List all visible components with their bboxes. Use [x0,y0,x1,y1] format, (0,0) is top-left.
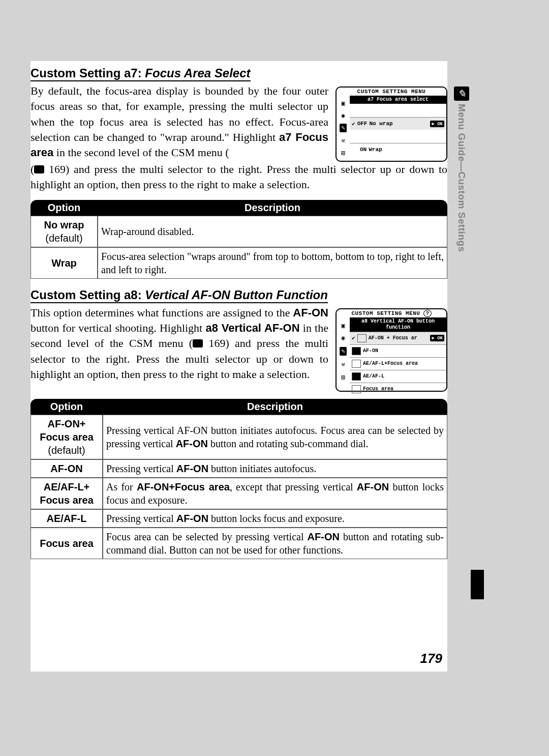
a8-lcd-opt4: AE/AF-L [350,370,446,383]
card-icon: ▤ [341,149,345,157]
section-a7: Custom Setting a7: Focus Area Select By … [30,66,447,279]
a7-lcd-opt1b: No wrap [369,121,392,127]
a8-r2-d1: Pressing vertical [106,463,176,474]
a7-options-table: Option Description No wrap(default) Wrap… [30,200,447,279]
a7-para2: in the second level of the CSM menu ( [53,146,229,159]
a7-body-rest: ( 169) and press the multi selector to t… [30,162,447,193]
a8-r3-d1: As for [106,481,137,492]
card-icon: ▤ [341,373,345,381]
table-row: AF-ON+ Focus area (default) Pressing ver… [30,415,447,459]
pencil-icon: ✎ [340,347,346,356]
a7-lcd-sub: a7 Focus area select [350,96,446,104]
a7-lcd-opt2: ON Wrap [350,143,446,156]
aeafl-icon [352,372,361,381]
a8-r2-d2: button initiates autofocus. [208,463,316,474]
a8-r3-opt2: Focus area [40,495,94,506]
a8-lcd-screenshot: CUSTOM SETTING MENU ? ▣ ◉ ✎ ⚒ ▤ a8 Verti… [336,308,447,392]
a7-heading: Custom Setting a7: Focus Area Select [30,66,251,81]
afon-focus-icon [357,334,367,342]
a7-lcd-screenshot: CUSTOM SETTING MENU ▣ ◉ ✎ ⚒ ▤ a7 Focus a… [336,86,447,162]
a8-para1: This option determines what functions ar… [30,306,293,319]
a8-options-table: Option Description AF-ON+ Focus area (de… [30,399,447,559]
a7-lcd-ok: ▶ OK [430,121,444,127]
focusarea-icon [352,385,361,393]
a8-r3-opt1: AE/AF-L+ [44,481,90,492]
a7-lcd-opt1: ✔ OFF No wrap ▶ OK [350,117,446,130]
aeafl-focus-icon [352,360,361,368]
page-number: 179 [420,651,442,666]
camera-icon: ◉ [341,334,345,342]
play-icon: ▣ [341,322,345,330]
a7-r1-desc: Wrap-around disabled. [98,216,447,247]
thumb-tab [471,570,484,599]
a8-r3-db1: AF-ON+Focus area [137,481,230,492]
a8-r5-opt: Focus area [40,538,94,549]
a7-lcd-opt1a: OFF [357,121,368,127]
a8-r3-d2: , except that pressing vertical [230,481,357,492]
a8-r2-opt: AF-ON [50,463,82,474]
lcd-side-icons: ▣ ◉ ✎ ⚒ ▤ [337,96,350,161]
play-icon: ▣ [341,100,345,107]
help-icon: ? [423,310,431,317]
lcd-side-icons: ▣ ◉ ✎ ⚒ ▤ [337,317,350,386]
table-row: No wrap(default) Wrap-around disabled. [30,216,447,247]
table-row: Focus area Focus area can be selected by… [30,528,447,559]
table-row: Wrap Focus-area selection "wraps around"… [30,247,447,279]
a8-r1-d2: button and rotating sub-command dial. [208,438,369,449]
a7-r1-sub: (default) [45,232,82,244]
a7-ref: 169) and press the multi selector to the… [30,163,447,191]
pencil-tab-icon: ✎ [454,86,469,101]
a8-r2-db: AF-ON [176,463,208,474]
a7-r2-desc: Focus-area selection "wraps around" from… [98,247,447,279]
wrench-icon: ⚒ [341,137,345,144]
a8-r4-d2: button locks focus and exposure. [208,513,345,524]
a8-lcd-opt1-text: AF-ON + Focus ar [369,335,417,341]
a8-r4-opt: AE/AF-L [47,513,87,524]
a8-r5-db: AF-ON [308,531,340,542]
a7-lcd-title: CUSTOM SETTING MENU [337,88,446,96]
side-tab-text: Menu Guide—Custom Settings [456,104,467,252]
manual-page: Custom Setting a7: Focus Area Select By … [30,61,447,672]
a8-bold1: AF-ON [293,306,328,319]
a8-r3-db2: AF-ON [357,481,389,492]
table-row: AE/AF-L+ Focus area As for AF-ON+Focus a… [30,478,447,509]
a7-r2-opt: Wrap [51,257,77,269]
a7-heading-title: Focus Area Select [145,66,250,80]
a8-lcd-opt5: Focus area [350,383,446,395]
table-row: AE/AF-L Pressing vertical AF-ON button l… [30,509,447,528]
a7-lcd-opt2b: Wrap [369,147,382,153]
a8-lcd-ok: ▶ OK [430,335,444,341]
a8-heading-title: Vertical AF-ON Button Function [145,288,328,302]
a8-r4-d1: Pressing vertical [106,513,176,524]
afon-icon [352,347,361,355]
a7-r1-opt: No wrap [44,219,84,230]
check-icon: ✔ [352,121,355,127]
table-row: AF-ON Pressing vertical AF-ON button ini… [30,459,447,478]
a8-lcd-title: CUSTOM SETTING MENU ? [337,309,446,317]
a8-r5-d1: Focus area can be selected by pressing v… [106,531,308,542]
side-tab: ✎ Menu Guide—Custom Settings [453,86,470,252]
a7-heading-prefix: Custom Setting a7: [30,66,145,80]
a7-th-option: Option [30,200,98,216]
a8-r4-db: AF-ON [176,513,208,524]
page-ref-icon [193,339,203,347]
a8-lcd-opt1: ✔ AF-ON + Focus ar ▶ OK [350,332,446,344]
a8-r1-opt1: AF-ON+ [48,418,86,429]
a8-heading: Custom Setting a8: Vertical AF-ON Button… [30,288,328,303]
a8-th-option: Option [30,399,103,415]
wrench-icon: ⚒ [341,361,345,368]
a8-r1-db: AF-ON [176,438,208,449]
a8-lcd-opt2: AF-ON [350,344,446,357]
section-a8: Custom Setting a8: Vertical AF-ON Button… [30,288,447,559]
camera-icon: ◉ [341,112,345,120]
a8-r1-opt2: Focus area [40,431,94,443]
a8-lcd-sub: a8 Vertical AF-ON button function [350,317,446,332]
a7-body-col: By default, the focus-area display is bo… [30,83,328,161]
a8-bold2: a8 Vertical AF-ON [205,322,299,334]
a8-para2: button for vertical shooting. Highlight [30,322,205,334]
a8-lcd-opt3: AE/AF-L+Focus area [350,357,446,370]
check-icon: ✔ [352,335,355,341]
a8-body-col: This option determines what functions ar… [30,305,328,383]
page-ref-icon [34,165,44,173]
a8-r1-sub: (default) [48,445,85,456]
